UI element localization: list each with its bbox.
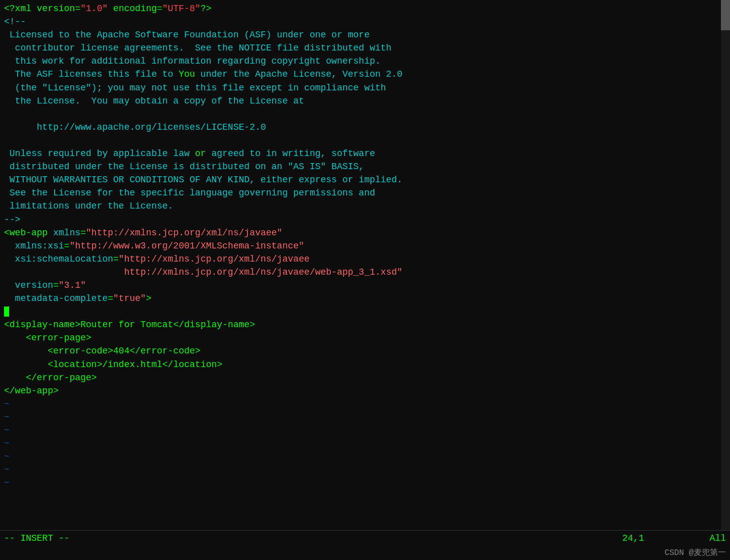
tilde-line: ~	[4, 437, 730, 450]
code-line: contributor license agreements. See the …	[4, 41, 730, 55]
tilde-line: ~	[4, 476, 730, 489]
tilde-line: ~	[4, 411, 730, 424]
code-line: limitations under the License.	[4, 199, 730, 213]
code-line: <location>/index.html</location>	[4, 358, 730, 371]
code-line: </web-app>	[4, 384, 730, 397]
code-line: xsi:schemaLocation="http://xmlns.jcp.org…	[4, 252, 730, 266]
code-line: the License. You may obtain a copy of th…	[4, 94, 730, 108]
position-text: 24,1	[622, 533, 644, 543]
status-bar: -- INSERT -- 24,1 All	[0, 530, 730, 546]
code-line: xmlns:xsi="http://www.w3.org/2001/XMLSch…	[4, 239, 730, 252]
code-line: <error-page>	[4, 331, 730, 344]
code-line	[4, 134, 730, 147]
code-line: <web-app xmlns="http://xmlns.jcp.org/xml…	[4, 226, 730, 239]
code-line: metadata-complete="true">	[4, 292, 730, 305]
code-line: WITHOUT WARRANTIES OR CONDITIONS OF ANY …	[4, 173, 730, 186]
tilde-line: ~	[4, 397, 730, 411]
footer-info: CSDN @麦兜第一	[0, 546, 730, 560]
code-line: <?xml version="1.0" encoding="UTF-8"?>	[4, 2, 730, 15]
tilde-line: ~	[4, 450, 730, 463]
code-line: <!--	[4, 15, 730, 28]
code-line: <display-name>Router for Tomcat</display…	[4, 318, 730, 331]
code-line: http://www.apache.org/licenses/LICENSE-2…	[4, 121, 730, 134]
editor-area[interactable]: <?xml version="1.0" encoding="UTF-8"?> <…	[0, 0, 730, 530]
vim-mode: -- INSERT --	[4, 532, 70, 545]
code-line: version="3.1"	[4, 279, 730, 292]
cursor	[4, 307, 9, 317]
code-line: <error-code>404</error-code>	[4, 344, 730, 358]
scrollbar-thumb[interactable]	[721, 0, 730, 30]
tilde-line: ~	[4, 463, 730, 476]
scroll-percent: All	[710, 533, 726, 543]
cursor-line	[4, 305, 730, 318]
code-line: </error-page>	[4, 371, 730, 384]
code-line: Unless required by applicable law or agr…	[4, 147, 730, 160]
scrollbar[interactable]	[721, 0, 730, 530]
tilde-line: ~	[4, 424, 730, 437]
code-line: this work for additional information reg…	[4, 55, 730, 68]
code-line: Licensed to the Apache Software Foundati…	[4, 28, 730, 41]
code-line	[4, 108, 730, 121]
cursor-position: 24,1 All	[622, 532, 726, 545]
code-line: (the "License"); you may not use this fi…	[4, 81, 730, 94]
code-line: distributed under the License is distrib…	[4, 160, 730, 173]
code-line: The ASF licenses this file to You under …	[4, 68, 730, 81]
code-line: http://xmlns.jcp.org/xml/ns/javaee/web-a…	[4, 266, 730, 279]
code-line: -->	[4, 213, 730, 226]
code-line: See the License for the specific languag…	[4, 186, 730, 199]
